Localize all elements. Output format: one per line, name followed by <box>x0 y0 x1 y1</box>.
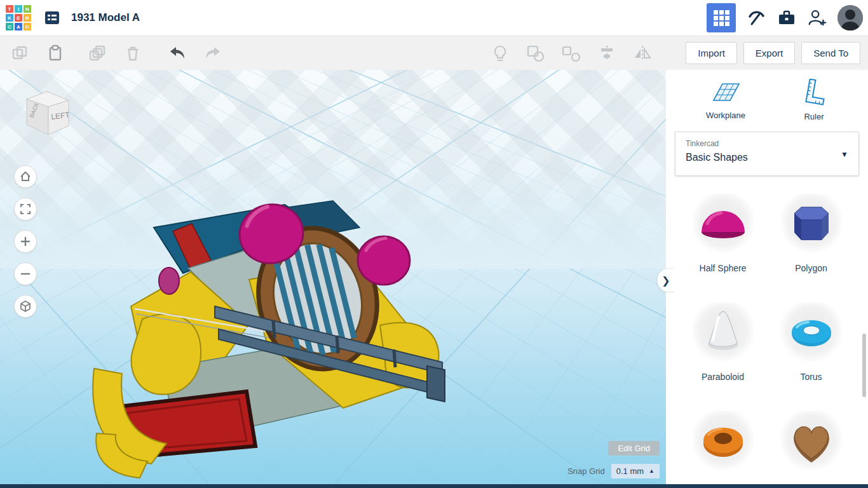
user-avatar[interactable] <box>837 5 863 30</box>
ruler-icon <box>800 79 828 107</box>
workplane-icon <box>710 79 741 105</box>
chevron-right-icon: ❯ <box>661 274 670 287</box>
heart-icon <box>783 413 840 470</box>
library-brand: Tinkercad <box>686 139 848 148</box>
logo-tile: N <box>24 5 31 13</box>
pickaxe-icon[interactable] <box>746 8 766 28</box>
shape-generators-lightbulb-icon[interactable] <box>491 44 510 63</box>
panel-scrollbar[interactable] <box>862 334 866 397</box>
home-view-button[interactable] <box>14 165 37 188</box>
align-icon[interactable] <box>597 44 616 63</box>
chevron-down-icon: ▼ <box>841 150 848 159</box>
edit-grid-button[interactable]: Edit Grid <box>608 441 660 456</box>
undo-icon[interactable] <box>168 44 187 63</box>
logo-tile: C <box>6 23 13 30</box>
shapes-panel: Workplane Ruler Tinkerc <box>666 70 868 484</box>
logo-tile: T <box>6 5 13 13</box>
view-cube[interactable]: BACK LEFT <box>14 86 80 142</box>
header: T I N K E R C A D 1931 Model A <box>0 0 868 36</box>
panel-collapse-button[interactable]: ❯ <box>657 268 674 292</box>
tube-icon <box>695 413 752 470</box>
model-1931-model-a[interactable] <box>0 70 666 484</box>
paste-icon[interactable] <box>46 44 65 63</box>
zoom-in-button[interactable] <box>14 230 37 253</box>
logo-tile: K <box>6 14 13 22</box>
design-menu-icon[interactable] <box>43 9 61 27</box>
logo-tile: A <box>15 23 22 30</box>
shape-library-dropdown[interactable]: Tinkercad Basic Shapes ▼ <box>675 132 859 176</box>
paraboloid-icon <box>695 304 752 362</box>
delete-icon[interactable] <box>123 44 142 63</box>
logo-tile: R <box>24 14 31 22</box>
invite-person-icon[interactable] <box>807 8 827 28</box>
bottom-bar <box>0 484 868 488</box>
ruler-label: Ruler <box>804 112 824 121</box>
toolbar: Import Export Send To <box>0 36 868 70</box>
header-right <box>707 0 863 36</box>
library-selected: Basic Shapes <box>686 152 848 163</box>
fit-view-button[interactable] <box>14 198 37 220</box>
snap-grid-select[interactable]: 0.1 mm ▲ <box>611 464 660 478</box>
workplane-tool[interactable]: Workplane <box>706 79 745 121</box>
shape-polygon[interactable]: Polygon <box>767 194 855 273</box>
export-button[interactable]: Export <box>743 42 795 64</box>
dashboard-grid-icon[interactable] <box>707 3 736 32</box>
perspective-toggle-button[interactable] <box>14 295 37 318</box>
shape-half-sphere[interactable]: Half Sphere <box>679 194 767 273</box>
shape-torus[interactable]: Torus <box>767 302 855 382</box>
polygon-icon <box>783 196 840 253</box>
logo-tile: I <box>15 5 22 13</box>
chevron-up-icon: ▲ <box>649 468 654 474</box>
copy-icon[interactable] <box>10 44 29 63</box>
shape-tube[interactable] <box>679 411 767 472</box>
page-title: 1931 Model A <box>71 0 140 36</box>
import-button[interactable]: Import <box>686 42 737 64</box>
redo-icon[interactable] <box>203 44 222 63</box>
ruler-tool[interactable]: Ruler <box>800 79 828 121</box>
duplicate-icon[interactable] <box>88 44 107 63</box>
zoom-out-button[interactable] <box>14 262 37 285</box>
snap-grid-label: Snap Grid <box>567 466 605 476</box>
logo-tile: D <box>24 23 31 30</box>
viewport-nav <box>14 165 37 318</box>
group-icon[interactable] <box>526 44 545 63</box>
shape-grid: Half Sphere Polygon <box>666 176 868 472</box>
workplane-label: Workplane <box>706 111 745 120</box>
send-to-button[interactable]: Send To <box>801 42 860 64</box>
3d-viewport[interactable]: BACK LEFT <box>0 70 666 484</box>
ungroup-icon[interactable] <box>562 44 581 63</box>
shape-paraboloid[interactable]: Paraboloid <box>679 302 767 382</box>
half-sphere-icon <box>695 196 752 253</box>
torus-icon <box>783 304 840 362</box>
tinkercad-logo[interactable]: T I N K E R C A D <box>6 5 31 30</box>
mirror-icon[interactable] <box>633 44 652 63</box>
logo-tile: E <box>15 14 22 22</box>
shape-heart[interactable] <box>767 411 855 472</box>
tinkercad-app: T I N K E R C A D 1931 Model A <box>0 0 868 488</box>
toolbox-icon[interactable] <box>776 8 797 28</box>
snap-grid-value: 0.1 mm <box>616 466 644 476</box>
